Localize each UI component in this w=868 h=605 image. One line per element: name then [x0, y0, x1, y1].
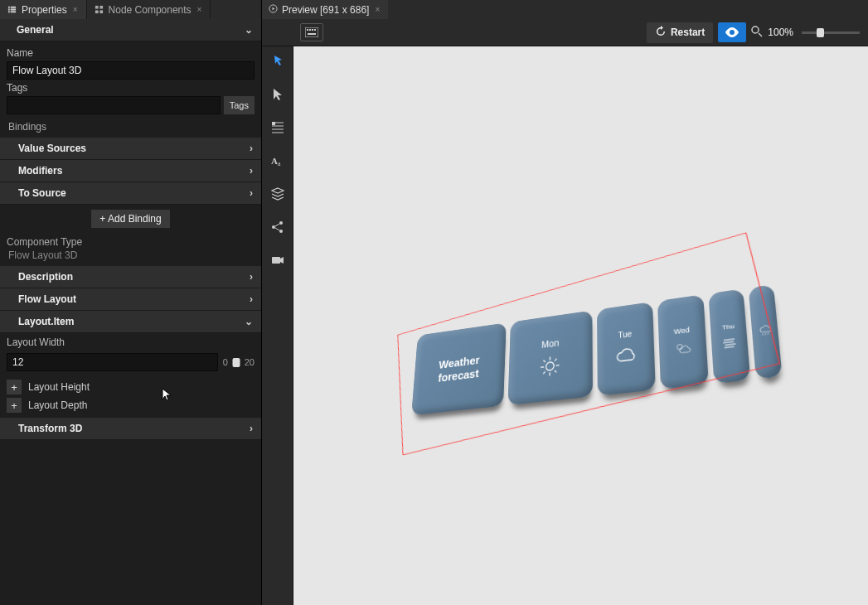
add-layout-depth-button[interactable]: + [7, 398, 22, 413]
preview-toolbar: Restart 100% [262, 19, 868, 46]
grid-tool[interactable] [266, 116, 289, 139]
fog-icon [721, 336, 736, 349]
svg-rect-3 [99, 10, 103, 13]
camera-tool[interactable] [266, 249, 289, 272]
plus-icon: + [99, 213, 108, 225]
component-type-value: Flow Layout 3D [0, 248, 261, 266]
slider-thumb[interactable] [817, 28, 824, 37]
restart-button[interactable]: Restart [647, 22, 713, 43]
layout-width-row: 0 20 [0, 351, 261, 378]
tab-label: Node Components [109, 4, 192, 16]
restart-label: Restart [671, 27, 705, 38]
interact-tool[interactable] [266, 50, 289, 73]
svg-rect-1 [99, 6, 103, 9]
sun-icon [539, 354, 560, 378]
tab-node-components[interactable]: Node Components × [87, 0, 211, 19]
section-title: Description [18, 271, 73, 283]
component-type-label: Component Type [0, 233, 261, 248]
add-layout-height-button[interactable]: + [7, 380, 22, 394]
visibility-button[interactable] [718, 22, 746, 42]
section-layout-item[interactable]: Layout.Item ⌄ [0, 311, 261, 333]
share-tool[interactable] [266, 215, 289, 239]
section-transform-3d[interactable]: Transform 3D › [0, 418, 261, 440]
chevron-right-icon: › [250, 143, 253, 154]
text-tool[interactable]: Aa [266, 149, 289, 172]
tags-button[interactable]: Tags [224, 96, 255, 114]
forecast-card-fri [748, 284, 782, 380]
section-title: Flow Layout [18, 293, 76, 305]
close-icon[interactable]: × [373, 5, 381, 14]
section-title: General [8, 24, 54, 36]
cloud-icon [613, 343, 637, 368]
section-title: Transform 3D [18, 423, 82, 434]
svg-rect-6 [307, 29, 308, 31]
forecast-card-tue: Tue [597, 302, 656, 396]
svg-point-11 [752, 27, 759, 33]
section-title: To Source [18, 187, 66, 199]
section-title: Modifiers [18, 165, 62, 177]
chevron-right-icon: › [250, 293, 253, 305]
svg-rect-8 [312, 29, 313, 31]
chevron-right-icon: › [250, 271, 253, 283]
svg-text:A: A [271, 156, 278, 166]
svg-rect-7 [309, 29, 311, 31]
list-icon [7, 4, 17, 15]
tab-label: Properties [22, 4, 67, 16]
layers-tool[interactable] [266, 182, 289, 206]
svg-rect-13 [272, 122, 275, 125]
general-body: Name Tags Tags Bindings [0, 41, 261, 138]
name-label: Name [7, 45, 255, 61]
svg-line-27 [543, 371, 545, 374]
keyboard-button[interactable] [300, 23, 323, 41]
section-modifiers[interactable]: Modifiers › [0, 160, 261, 182]
tab-label: Preview [691 x 686] [282, 4, 369, 16]
restart-icon [655, 26, 667, 40]
section-title: Layout.Item [18, 316, 74, 327]
section-description[interactable]: Description › [0, 266, 261, 288]
chevron-right-icon: › [250, 423, 253, 434]
close-icon[interactable]: × [196, 5, 204, 14]
panel-tab-bar: Properties × Node Components × [0, 0, 261, 19]
slider-thumb[interactable] [232, 358, 240, 367]
section-general[interactable]: General ⌄ [0, 19, 261, 41]
layout-depth-label: Layout Depth [28, 399, 87, 411]
slider-max: 20 [245, 357, 255, 367]
svg-point-29 [676, 344, 682, 350]
svg-point-18 [279, 230, 283, 233]
zoom-icon[interactable] [751, 26, 763, 40]
forecast-card-thu: Thu [708, 288, 750, 384]
svg-rect-5 [305, 27, 318, 37]
svg-line-28 [555, 358, 556, 361]
zoom-slider[interactable] [802, 31, 860, 34]
section-to-source[interactable]: To Source › [0, 182, 261, 205]
zoom-value: 100% [768, 27, 793, 38]
svg-line-12 [759, 33, 762, 36]
select-tool[interactable] [266, 83, 289, 106]
sun-cloud-icon [673, 340, 691, 356]
svg-point-17 [279, 221, 283, 225]
chevron-right-icon: › [250, 187, 253, 199]
forecast-card-mon: Mon [507, 310, 593, 405]
svg-rect-19 [272, 257, 280, 264]
section-value-sources[interactable]: Value Sources › [0, 138, 261, 160]
close-icon[interactable]: × [71, 5, 80, 14]
slider-min: 0 [223, 357, 228, 367]
layout-width-label: Layout Width [0, 333, 261, 351]
tags-input[interactable] [7, 96, 221, 114]
forecast-card-title: Weather forecast [411, 322, 507, 415]
play-icon [269, 4, 278, 16]
rain-icon [758, 324, 772, 337]
chevron-down-icon: ⌄ [245, 316, 253, 327]
zoom-controls: 100% [751, 26, 863, 40]
layout-width-input[interactable] [7, 353, 218, 371]
tab-properties[interactable]: Properties × [0, 0, 87, 19]
section-title: Value Sources [18, 143, 86, 154]
chevron-down-icon: ⌄ [245, 24, 253, 36]
add-binding-button[interactable]: + Add Binding [91, 210, 169, 228]
svg-point-20 [546, 361, 554, 370]
section-flow-layout[interactable]: Flow Layout › [0, 288, 261, 311]
name-input[interactable] [7, 61, 255, 80]
tab-preview[interactable]: Preview [691 x 686] × [262, 0, 388, 19]
components-icon [94, 4, 104, 15]
preview-canvas[interactable]: Weather forecast Mon Tue Wed [293, 46, 868, 605]
